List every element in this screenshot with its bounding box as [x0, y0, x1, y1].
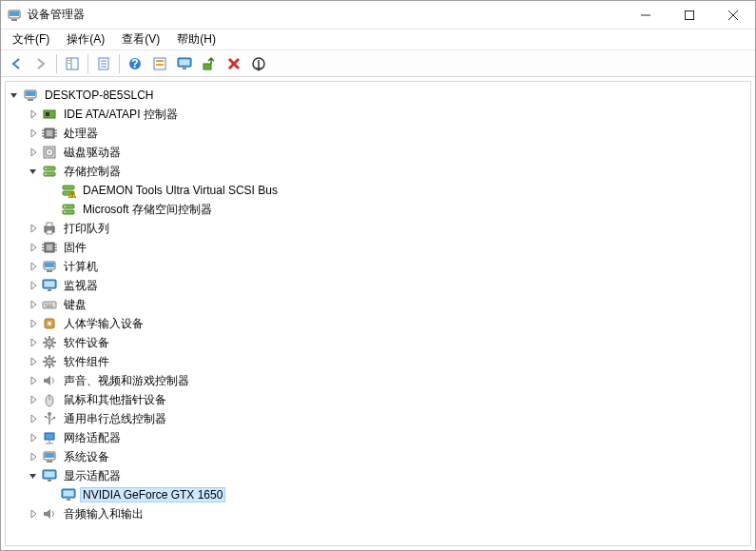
toolbar-separator: [87, 54, 88, 73]
menu-action[interactable]: 操作(A): [59, 30, 112, 49]
toolbar-separator: [56, 54, 57, 73]
firmware-icon: [42, 240, 57, 255]
tree-category[interactable]: 声音、视频和游戏控制器: [27, 371, 748, 390]
tree-category-label[interactable]: 计算机: [61, 258, 101, 276]
expand-collapse-icon[interactable]: [27, 450, 40, 463]
tree-category-label[interactable]: 声音、视频和游戏控制器: [61, 372, 192, 390]
tree-category[interactable]: 人体学输入设备: [27, 314, 748, 333]
expand-collapse-icon[interactable]: [27, 374, 40, 387]
tree-category-label[interactable]: 监视器: [61, 277, 101, 295]
tree-category-label[interactable]: 磁盘驱动器: [61, 144, 124, 162]
expand-collapse-icon[interactable]: [27, 431, 40, 444]
expand-collapse-icon[interactable]: [27, 146, 40, 159]
app-icon: [7, 8, 22, 23]
svg-rect-75: [156, 60, 164, 62]
device-tree[interactable]: DESKTOP-8E5SLCH IDE ATA/ATAPI 控制器 处理器 磁盘…: [5, 81, 751, 546]
tree-category[interactable]: 软件设备: [27, 333, 748, 352]
show-hide-console-tree-button[interactable]: [61, 52, 84, 75]
tree-device[interactable]: NVIDIA GeForce GTX 1650: [46, 485, 748, 504]
expand-collapse-icon[interactable]: [27, 317, 40, 330]
tree-category-label[interactable]: 通用串行总线控制器: [61, 410, 169, 428]
tree-root[interactable]: DESKTOP-8E5SLCH IDE ATA/ATAPI 控制器 处理器 磁盘…: [8, 86, 748, 523]
tree-category[interactable]: 软件组件: [27, 352, 748, 371]
tree-device[interactable]: DAEMON Tools Ultra Virtual SCSI Bus: [46, 181, 748, 200]
tree-category-label[interactable]: IDE ATA/ATAPI 控制器: [61, 106, 181, 124]
tree-category-label[interactable]: 显示适配器: [61, 467, 124, 485]
tree-device[interactable]: Microsoft 存储空间控制器: [46, 200, 748, 219]
tree-category[interactable]: 音频输入和输出: [27, 504, 748, 523]
tree-category[interactable]: 鼠标和其他指针设备: [27, 390, 748, 409]
tree-category[interactable]: 打印队列: [27, 219, 748, 238]
expand-collapse-icon[interactable]: [27, 127, 40, 140]
properties-button[interactable]: [92, 52, 115, 75]
menu-help[interactable]: 帮助(H): [169, 30, 223, 49]
tree-category-label[interactable]: 人体学输入设备: [61, 315, 146, 333]
svg-rect-77: [204, 64, 211, 69]
ide-icon: [42, 107, 57, 122]
menu-file[interactable]: 文件(F): [5, 30, 57, 49]
tree-category[interactable]: 磁盘驱动器: [27, 143, 748, 162]
disk-icon: [42, 145, 57, 160]
expand-collapse-icon[interactable]: [27, 355, 40, 368]
tree-category-label[interactable]: 网络适配器: [61, 429, 124, 447]
tree-pane: DESKTOP-8E5SLCH IDE ATA/ATAPI 控制器 处理器 磁盘…: [1, 77, 755, 550]
close-button[interactable]: [711, 1, 755, 30]
tree-category-label[interactable]: 固件: [61, 239, 89, 257]
tree-category-label[interactable]: 存储控制器: [61, 163, 124, 181]
expand-collapse-icon[interactable]: [27, 108, 40, 121]
tree-category-label[interactable]: 键盘: [61, 296, 89, 314]
tree-category[interactable]: 网络适配器: [27, 428, 748, 447]
tree-category-label[interactable]: 音频输入和输出: [61, 505, 146, 523]
tree-category-label[interactable]: 处理器: [61, 125, 101, 143]
uninstall-button[interactable]: [223, 52, 245, 75]
minimize-button[interactable]: [624, 1, 668, 30]
tree-category[interactable]: 计算机: [27, 257, 748, 276]
expand-collapse-icon[interactable]: [8, 89, 21, 102]
help-button[interactable]: ?: [124, 52, 146, 75]
tree-category-label[interactable]: 打印队列: [61, 220, 112, 238]
expand-collapse-icon[interactable]: [27, 469, 40, 482]
back-button[interactable]: [5, 52, 28, 75]
computer-icon: [23, 88, 38, 103]
scan-hardware-button[interactable]: [173, 52, 196, 75]
expand-collapse-icon[interactable]: [27, 298, 40, 311]
expand-collapse-icon[interactable]: [27, 507, 40, 521]
tree-category-label[interactable]: 软件设备: [61, 334, 112, 352]
tree-device-label[interactable]: NVIDIA GeForce GTX 1650: [80, 487, 225, 502]
tree-category-label[interactable]: 鼠标和其他指针设备: [61, 391, 169, 409]
tree-device-label[interactable]: Microsoft 存储空间控制器: [80, 201, 215, 219]
tree-category-label[interactable]: 软件组件: [61, 353, 112, 371]
forward-button[interactable]: [29, 52, 52, 75]
expand-collapse-icon[interactable]: [27, 165, 40, 178]
svg-rect-76: [156, 64, 164, 66]
tree-category[interactable]: 存储控制器 DAEMON Tools Ultra Virtual SCSI Bu…: [27, 162, 748, 219]
tree-root-label[interactable]: DESKTOP-8E5SLCH: [42, 88, 157, 103]
device-manager-window: 设备管理器 文件(F) 操作(A) 查看(V) 帮助(H) ? DESKT: [0, 0, 756, 551]
printer-icon: [42, 221, 57, 236]
expand-collapse-icon[interactable]: [27, 412, 40, 425]
menu-view[interactable]: 查看(V): [114, 30, 167, 49]
storage-icon: [61, 202, 76, 217]
tree-device-label[interactable]: DAEMON Tools Ultra Virtual SCSI Bus: [80, 183, 281, 198]
tree-category[interactable]: 通用串行总线控制器: [27, 409, 748, 428]
tree-category[interactable]: 处理器: [27, 124, 748, 143]
update-driver-button[interactable]: [198, 52, 221, 75]
expand-collapse-icon[interactable]: [27, 279, 40, 292]
expand-collapse-icon[interactable]: [27, 393, 40, 406]
expand-collapse-icon[interactable]: [27, 222, 40, 235]
disable-button[interactable]: [247, 52, 270, 75]
tree-category-label[interactable]: 系统设备: [61, 448, 112, 466]
tree-category[interactable]: 固件: [27, 238, 748, 257]
expand-collapse-icon[interactable]: [27, 260, 40, 273]
action-button[interactable]: [148, 52, 171, 75]
expand-collapse-icon[interactable]: [27, 336, 40, 349]
tree-category[interactable]: 显示适配器 NVIDIA GeForce GTX 1650: [27, 466, 748, 504]
expand-collapse-icon[interactable]: [27, 241, 40, 254]
mouse-icon: [42, 392, 57, 407]
tree-category[interactable]: IDE ATA/ATAPI 控制器: [27, 105, 748, 124]
tree-category[interactable]: 系统设备: [27, 447, 748, 466]
maximize-button[interactable]: [668, 1, 711, 30]
tree-category[interactable]: 监视器: [27, 276, 748, 295]
toolbar: ?: [1, 50, 755, 77]
tree-category[interactable]: 键盘: [27, 295, 748, 314]
